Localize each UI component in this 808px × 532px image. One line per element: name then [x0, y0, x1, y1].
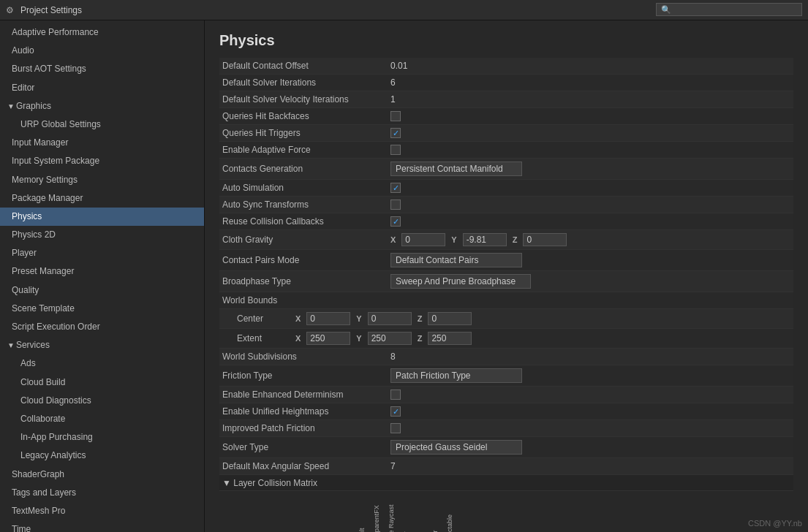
sidebar-item[interactable]: In-App Purchasing [0, 428, 204, 446]
settings-row: Queries Hit Triggers [219, 125, 793, 142]
checkbox[interactable] [390, 216, 401, 227]
sidebar-item[interactable]: Cloud Build [0, 373, 204, 392]
settings-value[interactable]: Sweep And Prune Broadphase [388, 273, 793, 290]
settings-value[interactable] [388, 143, 793, 156]
watermark: CSDN @YY.nb [748, 519, 802, 528]
sidebar-item[interactable]: Memory Settings [0, 171, 204, 189]
center-x-input[interactable] [306, 312, 350, 325]
sidebar-item[interactable]: Collaborate [0, 410, 204, 428]
sidebar-item[interactable]: Package Manager [0, 189, 204, 208]
extent-z-input[interactable] [428, 332, 472, 345]
center-y-input[interactable] [368, 312, 412, 325]
settings-value[interactable]: Persistent Contact Manifold [388, 160, 793, 178]
sidebar-item[interactable]: Audio [0, 42, 204, 60]
matrix-container: DefaultTransparentFXIgnore RaycastWaterU… [219, 494, 793, 532]
settings-row: Enable Adaptive Force [219, 142, 793, 159]
x-label: X [390, 235, 396, 244]
z-input[interactable] [523, 233, 567, 246]
sidebar-item[interactable]: Editor [0, 79, 204, 97]
sidebar-item[interactable]: Physics [0, 208, 204, 226]
arrow-icon: ▼ [7, 101, 15, 113]
checkbox[interactable] [390, 128, 401, 138]
settings-value[interactable]: Default Contact Pairs [388, 251, 793, 269]
settings-row: Enable Enhanced Determinism [219, 387, 793, 403]
page-title: Physics [219, 32, 793, 49]
settings-value[interactable] [388, 405, 793, 418]
settings-value[interactable] [388, 126, 793, 140]
checkbox[interactable] [390, 111, 401, 121]
settings-value[interactable] [388, 110, 793, 123]
sidebar-item[interactable]: Burst AOT Settings [0, 60, 204, 78]
settings-label: Default Solver Iterations [219, 76, 388, 89]
dropdown[interactable]: Patch Friction Type [390, 368, 522, 383]
sidebar-item[interactable]: Player [0, 244, 204, 262]
checkbox[interactable] [390, 145, 401, 155]
x-label: X [295, 334, 301, 343]
sidebar-item[interactable]: Cloud Diagnostics [0, 392, 204, 410]
checkbox[interactable] [390, 390, 401, 400]
matrix-col-header: Ignore Raycast [388, 494, 402, 532]
sidebar-item[interactable]: Preset Manager [0, 262, 204, 281]
settings-value: 7 [388, 460, 793, 473]
settings-value: 1 [388, 93, 793, 106]
sidebar-item[interactable]: Input System Package [0, 152, 204, 170]
dropdown[interactable]: Projected Gauss Seidel [390, 440, 522, 455]
settings-value[interactable] [388, 181, 793, 194]
settings-value[interactable]: X Y Z [388, 232, 793, 248]
settings-value[interactable] [388, 388, 793, 401]
sidebar: Adaptive PerformanceAudioBurst AOT Setti… [0, 20, 205, 532]
matrix-col-header: Default [358, 494, 373, 532]
sidebar-item[interactable]: Scene Template [0, 300, 204, 318]
matrix-section-header[interactable]: ▼ Layer Collision Matrix [219, 475, 793, 491]
sidebar-item[interactable]: Physics 2D [0, 226, 204, 244]
x-input[interactable] [401, 233, 445, 246]
dropdown[interactable]: Persistent Contact Manifold [390, 162, 522, 176]
settings-label: Contact Pairs Mode [219, 254, 388, 267]
sidebar-item[interactable]: ShaderGraph [0, 466, 204, 484]
settings-value: 6 [388, 76, 793, 89]
search-input[interactable] [656, 3, 802, 16]
settings-row: Default Contact Offset0.01 [219, 58, 793, 75]
matrix-col-header: Water [402, 494, 417, 532]
z-label: Z [513, 235, 518, 244]
settings-value[interactable] [388, 215, 793, 228]
settings-value[interactable] [388, 198, 793, 211]
sidebar-item[interactable]: URP Global Settings [0, 115, 204, 134]
sidebar-item[interactable]: Quality [0, 281, 204, 300]
sidebar-item[interactable]: Legacy Analytics [0, 446, 204, 465]
settings-value[interactable] [388, 422, 793, 435]
checkbox[interactable] [390, 406, 401, 417]
gear-icon: ⚙ [6, 5, 16, 15]
sidebar-item[interactable]: TextMesh Pro [0, 502, 204, 520]
sidebar-group[interactable]: ▼Services [0, 336, 204, 354]
settings-label: Default Max Angular Speed [219, 460, 388, 473]
settings-row: Reuse Collision Callbacks [219, 213, 793, 230]
settings-label: World Bounds [219, 294, 388, 307]
extent-y-input[interactable] [368, 332, 412, 345]
center-z-input[interactable] [428, 312, 472, 325]
checkbox[interactable] [390, 200, 401, 210]
settings-row: Contact Pairs ModeDefault Contact Pairs [219, 250, 793, 271]
sidebar-item[interactable]: Time [0, 520, 204, 532]
sidebar-item[interactable]: Ads [0, 354, 204, 373]
extent-x-input[interactable] [306, 332, 350, 345]
matrix-label: ▼ Layer Collision Matrix [219, 478, 317, 488]
sidebar-item[interactable]: Script Execution Order [0, 318, 204, 336]
settings-label: Improved Patch Friction [219, 422, 388, 435]
settings-value[interactable]: Projected Gauss Seidel [388, 438, 793, 456]
sidebar-item[interactable]: Input Manager [0, 134, 204, 152]
settings-label: Broadphase Type [219, 275, 388, 288]
sidebar-item[interactable]: Tags and Layers [0, 484, 204, 502]
checkbox[interactable] [390, 183, 401, 193]
y-input[interactable] [463, 233, 507, 246]
sidebar-item[interactable]: Adaptive Performance [0, 23, 204, 42]
center-value[interactable]: X Y Z [292, 311, 793, 327]
settings-value [388, 299, 793, 302]
dropdown[interactable]: Sweep And Prune Broadphase [390, 274, 531, 289]
checkbox[interactable] [390, 423, 401, 433]
settings-value[interactable]: Patch Friction Type [388, 367, 793, 384]
extent-value[interactable]: X Y Z [292, 330, 793, 346]
sidebar-group[interactable]: ▼Graphics [0, 97, 204, 115]
dropdown[interactable]: Default Contact Pairs [390, 253, 522, 267]
settings-label: Default Contact Offset [219, 59, 388, 72]
